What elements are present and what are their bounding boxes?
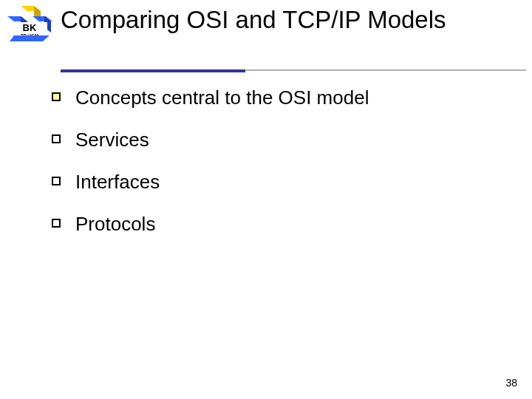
bullet-text: Services [75,127,149,153]
square-bullet-icon [52,92,61,101]
square-bullet-icon [52,177,61,185]
square-bullet-icon [52,134,61,143]
page-number: 38 [505,377,517,389]
title-underline [245,69,526,71]
bullet-text: Protocols [75,211,155,237]
svg-marker-7 [10,35,50,41]
square-bullet-icon [52,219,61,228]
list-item: Protocols [52,211,488,237]
list-item: Interfaces [52,169,488,195]
logo-text-top: BK [23,22,37,33]
slide: BK TP. HCM Comparing OSI and TCP/IP Mode… [0,0,532,399]
slide-title: Comparing OSI and TCP/IP Models [61,4,497,35]
bk-logo: BK TP. HCM [7,6,53,44]
bullet-text: Concepts central to the OSI model [75,85,369,111]
bullet-text: Interfaces [75,169,160,195]
content-area: Concepts central to the OSI model Servic… [52,85,488,253]
title-underline-accent [61,69,245,72]
list-item: Services [52,127,488,153]
list-item: Concepts central to the OSI model [52,85,488,111]
